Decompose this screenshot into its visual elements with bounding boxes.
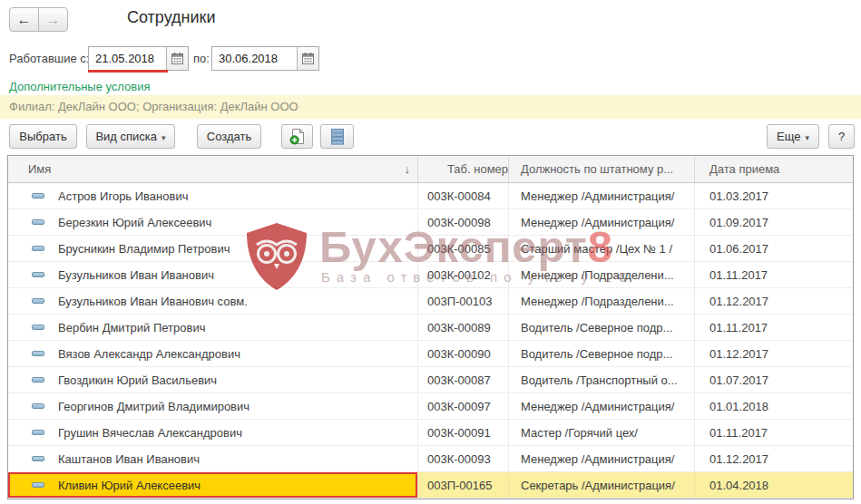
cell-position: Водитель /Северное подр...	[509, 341, 695, 366]
date-to-calendar-button[interactable]	[297, 47, 318, 70]
cell-name: Бузульников Иван Иванович	[8, 262, 418, 287]
calendar-icon	[171, 53, 183, 64]
employee-icon	[32, 246, 44, 251]
cell-tab: 003К-00089	[418, 315, 509, 340]
calendar-icon	[302, 53, 314, 64]
employee-icon	[32, 482, 44, 488]
additional-conditions-link[interactable]: Дополнительные условия	[9, 80, 151, 93]
cell-name: Георгинов Дмитрий Владимирович	[8, 393, 418, 419]
select-button[interactable]: Выбрать	[9, 124, 77, 149]
chevron-down-icon: ▾	[161, 133, 166, 142]
table-row[interactable]: Георгинов Дмитрий Владимирович 003К-0009…	[8, 393, 853, 420]
employee-icon	[32, 325, 44, 330]
employee-icon	[32, 298, 44, 304]
create-group-button[interactable]	[281, 124, 313, 149]
cell-name-text: Бузульников Иван Иванович	[58, 268, 214, 282]
column-header-hire-date-label: Дата приема	[709, 162, 779, 176]
cell-tab: 003К-00091	[418, 420, 509, 445]
column-header-hire-date[interactable]: Дата приема	[695, 156, 853, 182]
cell-date: 01.09.2017	[695, 209, 853, 235]
cell-name: Вербин Дмитрий Петрович	[8, 315, 418, 340]
cell-name-text: Вязов Александр Александрович	[58, 347, 240, 361]
forward-button[interactable]: →	[38, 7, 68, 32]
forward-arrow-icon: →	[46, 12, 61, 28]
cell-position: Старший мастер /Цех № 1 /	[509, 236, 695, 261]
cell-date: 01.06.2017	[695, 236, 853, 261]
table-row[interactable]: Кливин Юрий Алексеевич 003П-00165 Секрет…	[8, 472, 853, 499]
table-row[interactable]: Вязов Александр Александрович 003К-00090…	[8, 341, 853, 367]
cell-date: 01.12.2017	[695, 288, 853, 314]
page-title: Сотрудники	[127, 8, 216, 27]
cell-name-text: Брусникин Владимир Петрович	[58, 242, 230, 256]
more-button-label: Еще	[777, 130, 800, 143]
cell-name-text: Астров Игорь Иванович	[58, 189, 188, 203]
table-row[interactable]: Вербин Дмитрий Петрович 003К-00089 Водит…	[8, 315, 853, 341]
filter-info-bar: Филиал: ДекЛайн ООО; Организация: ДекЛай…	[0, 95, 861, 119]
table-row[interactable]: Гвоздикин Юрий Васильевич 003К-00087 Вод…	[8, 367, 853, 393]
cell-tab: 003К-00098	[418, 209, 509, 235]
cell-date: 01.12.2017	[695, 446, 853, 471]
cell-name-text: Бузульников Иван Иванович совм.	[58, 295, 248, 308]
date-from-calendar-button[interactable]	[166, 47, 188, 70]
cell-position: Менеджер /Подразделени...	[509, 288, 695, 314]
date-to-input[interactable]	[212, 47, 297, 70]
column-header-name[interactable]: Имя ↓	[8, 156, 418, 182]
date-from-input[interactable]	[89, 47, 166, 70]
cell-name: Астров Игорь Иванович	[8, 183, 418, 208]
table-body: Астров Игорь Иванович 003К-00084 Менедже…	[8, 183, 853, 499]
cell-date: 01.11.2017	[695, 262, 853, 287]
cell-position: Водитель /Северное подр...	[509, 315, 695, 340]
column-header-position[interactable]: Должность по штатному р...	[509, 156, 695, 182]
cell-name-text: Георгинов Дмитрий Владимирович	[58, 400, 249, 413]
table-row[interactable]: Бузульников Иван Иванович совм. 003П-001…	[8, 288, 853, 315]
cell-tab: 003К-00085	[418, 236, 509, 261]
column-header-tab-label: Таб. номер	[447, 162, 508, 176]
employee-icon	[32, 456, 44, 461]
column-header-tab-number[interactable]: Таб. номер	[418, 156, 509, 182]
create-button[interactable]: Создать	[197, 124, 261, 149]
table-row[interactable]: Астров Игорь Иванович 003К-00084 Менедже…	[8, 183, 853, 209]
help-button-label: ?	[838, 130, 845, 143]
cell-name-text: Грушин Вячеслав Александрович	[58, 426, 242, 440]
help-button[interactable]: ?	[828, 124, 855, 149]
chevron-down-icon: ▾	[805, 133, 809, 142]
personal-card-button[interactable]	[320, 124, 354, 149]
cell-name-text: Каштанов Иван Иванович	[58, 452, 200, 466]
table-row[interactable]: Брусникин Владимир Петрович 003К-00085 С…	[8, 236, 853, 262]
cell-position: Водитель /Транспортный о...	[509, 367, 695, 393]
cell-tab: 003П-00165	[418, 472, 509, 498]
cell-name: Бузульников Иван Иванович совм.	[8, 288, 418, 314]
table-row[interactable]: Березкин Юрий Алексеевич 003К-00098 Мене…	[8, 209, 853, 236]
employees-table: Имя ↓ Таб. номер Должность по штатному р…	[7, 155, 854, 499]
cell-name: Березкин Юрий Алексеевич	[8, 209, 418, 235]
employee-icon	[32, 403, 44, 409]
cell-name-text: Гвоздикин Юрий Васильевич	[58, 373, 217, 387]
cell-name: Каштанов Иван Иванович	[8, 446, 418, 471]
cell-position: Менеджер /Администрация/	[509, 446, 695, 471]
document-add-icon	[289, 128, 306, 145]
cell-name: Брусникин Владимир Петрович	[8, 236, 418, 261]
cell-position: Менеджер /Администрация/	[509, 209, 695, 235]
cell-date: 01.07.2017	[695, 367, 853, 393]
list-view-button[interactable]: Вид списка ▾	[86, 124, 175, 149]
cell-name: Грушин Вячеслав Александрович	[8, 420, 418, 445]
employee-icon	[32, 351, 44, 356]
cell-date: 01.04.2018	[695, 472, 853, 498]
cell-name-text: Вербин Дмитрий Петрович	[58, 321, 205, 334]
table-row[interactable]: Каштанов Иван Иванович 003К-00093 Менедж…	[8, 446, 853, 472]
list-stack-icon	[331, 129, 344, 145]
cell-tab: 003К-00102	[418, 262, 509, 287]
back-arrow-icon: ←	[17, 12, 32, 28]
employee-icon	[32, 219, 44, 225]
more-button[interactable]: Еще ▾	[767, 124, 819, 149]
select-button-label: Выбрать	[19, 130, 66, 143]
cell-position: Секретарь /Администрация/	[509, 472, 695, 498]
cell-position: Мастер /Горячий цех/	[509, 420, 695, 445]
cell-tab: 003П-00103	[418, 288, 509, 314]
table-row[interactable]: Бузульников Иван Иванович 003К-00102 Мен…	[8, 262, 853, 288]
cell-tab: 003К-00090	[418, 341, 509, 366]
cell-tab: 003К-00087	[418, 367, 509, 393]
list-view-button-label: Вид списка	[95, 130, 157, 143]
back-button[interactable]: ←	[9, 7, 39, 32]
table-row[interactable]: Грушин Вячеслав Александрович 003К-00091…	[8, 420, 853, 446]
